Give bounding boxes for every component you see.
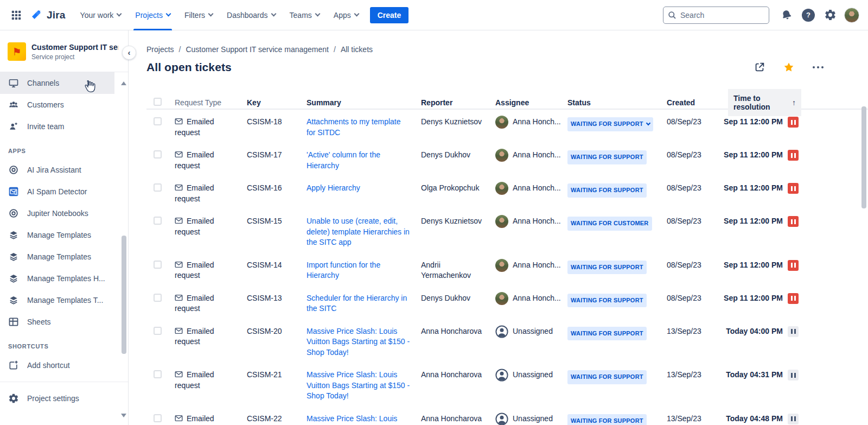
sidebar-scroll-up-arrow[interactable] xyxy=(121,81,126,85)
summary-link[interactable]: Massive Price Slash: Louis Vuitton Bags … xyxy=(307,414,410,425)
time-to-resolution-value: Today 04:00 PM xyxy=(726,326,783,337)
summary-link[interactable]: Scheduler for the Hierarchy in the SITC xyxy=(307,293,410,314)
created-date: 13/Sep/23 xyxy=(667,326,728,337)
status-lozenge[interactable]: WAITING FOR SUPPORT xyxy=(567,183,647,198)
breadcrumb-projects[interactable]: Projects xyxy=(146,45,174,54)
page-scrollbar[interactable] xyxy=(861,106,866,208)
breadcrumb-all-tickets[interactable]: All tickets xyxy=(341,45,373,54)
assignee-avatar xyxy=(495,116,508,129)
sidebar-scroll-down-arrow[interactable] xyxy=(121,414,126,417)
top-navbar: Jira Your workProjectsFiltersDashboardsT… xyxy=(0,0,868,30)
project-settings-button[interactable]: Project settings xyxy=(0,388,114,409)
search-box[interactable] xyxy=(663,7,769,24)
sidebar-item-manage-templates-t-[interactable]: Manage Templates T... xyxy=(0,289,114,311)
sidebar-item-sheets[interactable]: Sheets xyxy=(0,311,114,333)
sidebar-item-ai-spam-detector[interactable]: AI Spam Detector xyxy=(0,181,114,202)
summary-link[interactable]: Apply Hierarchy xyxy=(307,183,360,194)
summary-link[interactable]: Massive Price Slash: Louis Vuitton Bags … xyxy=(307,370,410,402)
table-header: Request Type Key Summary Reporter Assign… xyxy=(146,89,868,110)
nav-item-apps[interactable]: Apps xyxy=(327,0,366,30)
assignee-name: Unassigned xyxy=(513,326,553,337)
nav-item-your-work[interactable]: Your work xyxy=(73,0,129,30)
sidebar-scrollbar[interactable] xyxy=(122,236,126,354)
add-shortcut-button[interactable]: Add shortcut xyxy=(0,354,114,376)
nav-item-dashboards[interactable]: Dashboards xyxy=(220,0,283,30)
export-button[interactable] xyxy=(751,59,768,76)
row-checkbox[interactable] xyxy=(154,327,162,335)
col-key[interactable]: Key xyxy=(247,98,307,107)
issue-key: CSISM-17 xyxy=(247,150,307,161)
more-actions-button[interactable] xyxy=(809,59,827,76)
search-input[interactable] xyxy=(680,11,756,20)
col-request-type[interactable]: Request Type xyxy=(175,98,247,107)
row-checkbox[interactable] xyxy=(154,294,162,302)
row-checkbox[interactable] xyxy=(154,261,162,269)
created-date: 13/Sep/23 xyxy=(667,414,728,424)
col-reporter[interactable]: Reporter xyxy=(421,98,495,107)
sidebar-item-channels[interactable]: Channels xyxy=(0,72,114,94)
sidebar-item-invite-team[interactable]: Invite team xyxy=(0,116,114,137)
summary-link[interactable]: Attachments to my template for SITDC xyxy=(307,117,410,138)
summary-link[interactable]: 'Active' column for the Hierarchy xyxy=(307,150,410,171)
sla-pause-badge xyxy=(788,414,799,424)
status-lozenge[interactable]: WAITING FOR SUPPORT xyxy=(567,327,647,341)
unassigned-avatar-icon xyxy=(495,325,508,338)
settings-button[interactable] xyxy=(821,7,839,24)
status-lozenge[interactable]: WAITING FOR SUPPORT xyxy=(567,370,647,384)
sidebar-item-manage-templates-h-[interactable]: Manage Templates H... xyxy=(0,268,114,289)
sidebar-item-customers[interactable]: Customers xyxy=(0,94,114,116)
sla-pause-badge xyxy=(788,326,799,337)
status-lozenge[interactable]: WAITING FOR SUPPORT xyxy=(567,261,647,275)
star-icon xyxy=(783,61,795,73)
created-date: 08/Sep/23 xyxy=(667,183,728,194)
summary-link[interactable]: Massive Price Slash: Louis Vuitton Bags … xyxy=(307,326,410,358)
row-checkbox[interactable] xyxy=(154,414,162,422)
help-button[interactable]: ? xyxy=(800,7,817,24)
row-checkbox[interactable] xyxy=(154,183,162,192)
table-row: Emailed request CSISM-13 Scheduler for t… xyxy=(146,286,868,319)
profile-button[interactable] xyxy=(843,7,860,24)
select-all-checkbox[interactable] xyxy=(154,98,162,106)
main-content: Projects/ Customer Support IT service ma… xyxy=(129,30,868,425)
search-icon xyxy=(668,11,676,20)
status-lozenge[interactable]: WAITING FOR SUPPORT xyxy=(567,117,653,131)
nav-item-projects[interactable]: Projects xyxy=(128,0,177,30)
row-checkbox[interactable] xyxy=(154,370,162,378)
status-lozenge[interactable]: WAITING FOR CUSTOMER xyxy=(567,217,652,231)
notifications-button[interactable] xyxy=(778,7,795,24)
summary-link[interactable]: Import function for the Hierarchy xyxy=(307,260,410,281)
nav-item-filters[interactable]: Filters xyxy=(177,0,220,30)
unassigned-avatar-icon xyxy=(495,369,508,382)
row-checkbox[interactable] xyxy=(154,117,162,125)
col-assignee[interactable]: Assignee xyxy=(495,98,567,107)
app-switcher-button[interactable] xyxy=(8,7,25,24)
status-lozenge[interactable]: WAITING FOR SUPPORT xyxy=(567,294,647,308)
sla-pause-badge xyxy=(788,150,799,161)
row-checkbox[interactable] xyxy=(154,150,162,158)
favorite-button[interactable] xyxy=(780,59,797,76)
sidebar-item-manage-templates[interactable]: Manage Templates xyxy=(0,224,114,246)
col-created[interactable]: Created xyxy=(667,98,728,107)
sidebar-item-manage-templates[interactable]: Manage Templates xyxy=(0,246,114,268)
jira-logo[interactable]: Jira xyxy=(30,9,66,22)
create-button[interactable]: Create xyxy=(370,7,409,23)
breadcrumb-project[interactable]: Customer Support IT service management xyxy=(186,45,329,54)
gear-icon xyxy=(8,393,19,404)
reporter-name: Olga Prokopchuk xyxy=(421,183,492,194)
issue-key: CSISM-14 xyxy=(247,260,307,271)
layers-icon xyxy=(8,251,19,262)
status-lozenge[interactable]: WAITING FOR SUPPORT xyxy=(567,414,647,425)
col-time-to-resolution[interactable]: Time to resolution↑ xyxy=(728,89,801,116)
status-lozenge[interactable]: WAITING FOR SUPPORT xyxy=(567,150,647,164)
col-summary[interactable]: Summary xyxy=(307,98,421,107)
nav-item-teams[interactable]: Teams xyxy=(283,0,327,30)
summary-link[interactable]: Unable to use (create, edit, delete) tem… xyxy=(307,216,410,248)
row-checkbox[interactable] xyxy=(154,217,162,225)
time-to-resolution-value: Sep 11 12:00 PM xyxy=(724,293,783,304)
email-icon xyxy=(175,414,183,422)
col-status[interactable]: Status xyxy=(567,98,667,107)
sidebar-item-ai-jira-assistant[interactable]: AI Jira Assistant xyxy=(0,159,114,181)
sidebar-collapse-button[interactable] xyxy=(122,46,136,60)
sla-pause-badge xyxy=(788,216,799,227)
sidebar-item-jupiter-notebooks[interactable]: Jupiter Notebooks xyxy=(0,202,114,224)
